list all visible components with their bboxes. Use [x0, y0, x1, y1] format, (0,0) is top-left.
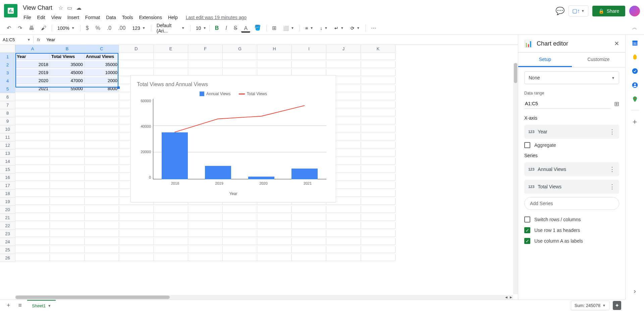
- menu-insert[interactable]: Insert: [65, 13, 82, 21]
- cell[interactable]: [50, 174, 85, 181]
- cell[interactable]: [154, 238, 188, 245]
- row-header[interactable]: 16: [0, 174, 15, 182]
- column-header[interactable]: F: [188, 45, 223, 53]
- collapse-toolbar-icon[interactable]: ︿: [629, 22, 640, 34]
- currency-button[interactable]: $: [83, 23, 92, 33]
- cell[interactable]: [15, 190, 50, 197]
- row-header[interactable]: 24: [0, 238, 15, 246]
- explore-button[interactable]: ✦: [613, 301, 621, 310]
- cell[interactable]: [119, 222, 154, 229]
- maps-icon[interactable]: [632, 96, 638, 103]
- cell[interactable]: [50, 93, 85, 100]
- percent-button[interactable]: %: [93, 23, 103, 33]
- cell[interactable]: [85, 141, 119, 148]
- row-header[interactable]: 8: [0, 109, 15, 117]
- bold-button[interactable]: B: [212, 23, 222, 33]
- menu-file[interactable]: File: [21, 13, 34, 21]
- row-header[interactable]: 23: [0, 230, 15, 238]
- cell[interactable]: [257, 214, 292, 221]
- cell[interactable]: [85, 190, 119, 197]
- cell[interactable]: [188, 222, 223, 229]
- row-header[interactable]: 4: [0, 77, 15, 85]
- cell[interactable]: [292, 206, 326, 213]
- cell[interactable]: [154, 206, 188, 213]
- name-box[interactable]: A1:C5▼: [0, 36, 34, 44]
- scroll-left-icon[interactable]: ◀: [504, 295, 508, 300]
- cell[interactable]: [223, 214, 257, 221]
- cell[interactable]: [15, 125, 50, 132]
- row-header[interactable]: 12: [0, 141, 15, 149]
- cell[interactable]: [361, 149, 395, 157]
- redo-button[interactable]: ↷: [15, 23, 25, 33]
- all-sheets-button[interactable]: ≡: [16, 300, 25, 311]
- cell[interactable]: [188, 254, 223, 261]
- cell[interactable]: [15, 238, 50, 245]
- menu-format[interactable]: Format: [83, 13, 103, 21]
- cell[interactable]: [15, 182, 50, 189]
- column-header[interactable]: E: [154, 45, 188, 53]
- share-button[interactable]: 🔒 Share: [592, 6, 625, 16]
- cell[interactable]: [361, 198, 395, 205]
- cell[interactable]: [50, 254, 85, 261]
- tab-setup[interactable]: Setup: [518, 53, 572, 67]
- cell[interactable]: [50, 133, 85, 140]
- cell[interactable]: [257, 238, 292, 245]
- cell[interactable]: [119, 214, 154, 221]
- column-header[interactable]: J: [326, 45, 361, 53]
- cell[interactable]: [361, 158, 395, 165]
- data-range-input[interactable]: [524, 99, 611, 109]
- series-chip-2[interactable]: 123 Total Views ⋮: [524, 180, 619, 194]
- cell[interactable]: [15, 133, 50, 140]
- cell[interactable]: [85, 101, 119, 108]
- cell[interactable]: [119, 206, 154, 213]
- merge-button[interactable]: ⬜▼: [280, 24, 297, 32]
- cell[interactable]: [50, 117, 85, 124]
- cell[interactable]: [292, 53, 326, 60]
- sheets-logo[interactable]: [4, 4, 17, 17]
- cell[interactable]: [154, 214, 188, 221]
- present-button[interactable]: ▢↑ ▼: [569, 5, 588, 16]
- strikethrough-button[interactable]: S: [231, 23, 240, 33]
- zoom-select[interactable]: 100%▼: [55, 24, 77, 32]
- select-range-icon[interactable]: ⊞: [614, 100, 619, 108]
- cell[interactable]: [85, 109, 119, 116]
- cell[interactable]: 47000: [50, 77, 85, 84]
- menu-data[interactable]: Data: [103, 13, 119, 21]
- cell[interactable]: [257, 53, 292, 60]
- cell[interactable]: [361, 230, 395, 237]
- star-icon[interactable]: ☆: [58, 5, 63, 11]
- cell[interactable]: [154, 254, 188, 261]
- cell[interactable]: 35000: [50, 61, 85, 68]
- cell[interactable]: [50, 246, 85, 253]
- row-header[interactable]: 5: [0, 85, 15, 93]
- cell[interactable]: [188, 53, 223, 60]
- row-header[interactable]: 9: [0, 117, 15, 125]
- account-avatar[interactable]: [629, 6, 640, 16]
- add-sheet-button[interactable]: +: [4, 300, 13, 311]
- row-header[interactable]: 26: [0, 254, 15, 262]
- cell[interactable]: [257, 230, 292, 237]
- series-chip-1[interactable]: 123 Annual Views ⋮: [524, 162, 619, 176]
- cell[interactable]: [223, 206, 257, 213]
- cell[interactable]: [15, 198, 50, 205]
- cloud-icon[interactable]: ☁: [76, 5, 82, 11]
- cell[interactable]: [15, 206, 50, 213]
- cell[interactable]: 2021: [15, 85, 50, 92]
- menu-edit[interactable]: Edit: [35, 13, 48, 21]
- cell[interactable]: [361, 254, 395, 261]
- cell[interactable]: [119, 61, 154, 68]
- cell[interactable]: [361, 206, 395, 213]
- menu-tools[interactable]: Tools: [119, 13, 136, 21]
- cell[interactable]: [85, 117, 119, 124]
- quicksum-box[interactable]: Sum: 245078▼: [571, 301, 609, 310]
- column-header[interactable]: G: [223, 45, 257, 53]
- cell[interactable]: [292, 246, 326, 253]
- cell[interactable]: [223, 53, 257, 60]
- row-header[interactable]: 1: [0, 53, 15, 61]
- cell[interactable]: [326, 53, 361, 60]
- cell[interactable]: [50, 109, 85, 116]
- cell[interactable]: [292, 238, 326, 245]
- cell[interactable]: [119, 246, 154, 253]
- vertical-scrollbar[interactable]: [513, 63, 518, 294]
- add-series-button[interactable]: Add Series: [524, 197, 619, 210]
